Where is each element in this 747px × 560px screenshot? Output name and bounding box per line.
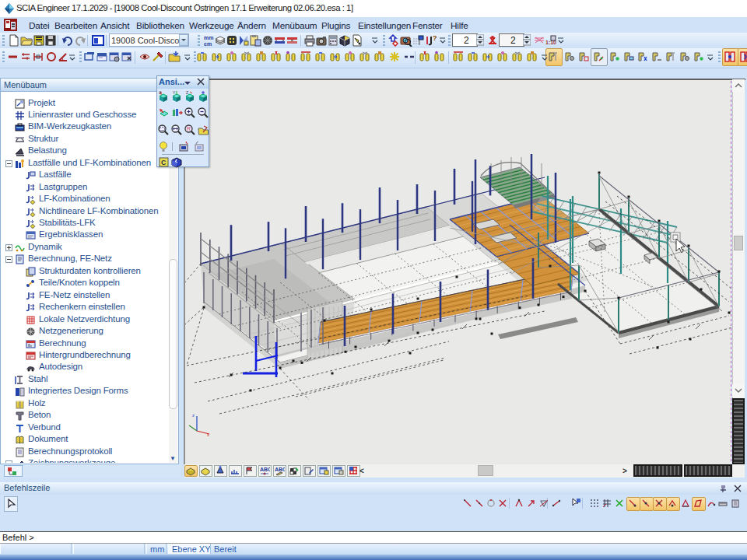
svg-text:Z: Z xyxy=(186,91,188,95)
svg-text:z: z xyxy=(192,413,195,418)
svg-text:R: R xyxy=(187,126,191,131)
svg-text:C: C xyxy=(161,159,167,166)
svg-text:ABC: ABC xyxy=(275,467,285,472)
svg-text:?: ? xyxy=(433,34,437,42)
svg-text:ABC: ABC xyxy=(260,467,270,472)
svg-text:x: x xyxy=(207,432,209,437)
svg-text:cm: cm xyxy=(204,41,212,47)
svg-text:mm: mm xyxy=(204,35,213,40)
